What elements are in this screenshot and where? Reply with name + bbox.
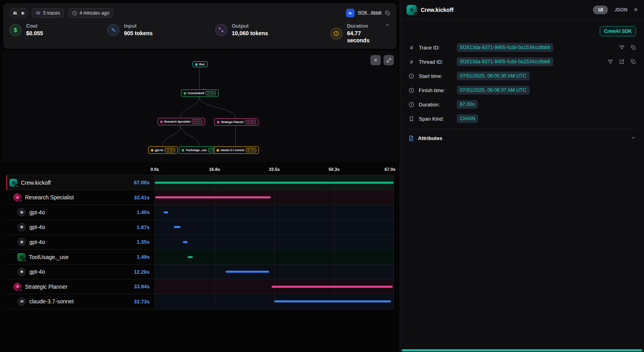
stat-value: 10,060 tokens (232, 30, 268, 37)
span-duration-bar[interactable] (155, 182, 393, 184)
pulse-icon (348, 11, 353, 16)
anthropic-mark: A\ (13, 11, 17, 15)
duration-value: 67.00s (457, 100, 478, 109)
span-duration-bar[interactable] (183, 241, 188, 243)
tab-json[interactable]: JSON (614, 7, 627, 13)
span-rows: Crew.kickoff 67.00s Research Specialist … (6, 175, 394, 309)
graph-node-claude-3-7-sonnet[interactable]: claude-3.7-sonnet 32.73s (214, 146, 259, 154)
graph-node-badge: 67.00s (206, 91, 216, 95)
stat-label: Input (124, 23, 152, 30)
time-ago-label: 4 minutes ago (80, 10, 109, 16)
tool-icon (17, 253, 25, 261)
span-duration: 32.41s (134, 195, 155, 201)
attributes-label: Attributes (418, 135, 442, 141)
filter-by-trace-id-button[interactable] (619, 45, 625, 50)
clock-icon (72, 11, 77, 16)
traces-count-badge[interactable]: 5 traces (32, 8, 64, 18)
field-label: Finish time: (419, 87, 453, 93)
span-name: Crew.kickoff (21, 180, 51, 186)
timeline-row-track (155, 235, 394, 250)
timeline-row-0[interactable]: Crew.kickoff 67.00s (6, 175, 394, 190)
field-label: Thread ID: (419, 59, 453, 65)
copy-trace-id-button[interactable] (385, 10, 390, 16)
icon-sub-badge (414, 12, 418, 16)
timeline-row-track (155, 190, 394, 205)
graph-node-dot (160, 121, 163, 123)
graph-node-research-specialist[interactable]: Research Specialist 32.41s (158, 118, 205, 125)
stat-label: Duration (347, 23, 385, 30)
collapse-stats-button[interactable] (385, 22, 390, 28)
stat-duration: Duration64.77 seconds (331, 23, 385, 44)
field-label: Start time: (419, 73, 453, 79)
detail-panel-content: CrewAI SDK # Trace ID: 5f2613da-8371-940… (400, 20, 644, 147)
copy-thread-id-button[interactable] (631, 59, 636, 64)
close-panel-button[interactable]: × (634, 6, 638, 13)
stat-value: 64.77 seconds (347, 30, 385, 44)
timeline-row-6[interactable]: gpt-4o 12.26s (6, 265, 394, 280)
detail-panel-actions: UI JSON × (593, 6, 638, 14)
trace-id-short: 5f26...8bb6 (358, 10, 382, 16)
span-name: gpt-4o (29, 239, 45, 245)
span-duration-bar[interactable] (174, 226, 180, 228)
span-duration: 12.26s (134, 269, 155, 275)
stat-output: Output10,060 tokens (215, 23, 331, 37)
axis-tick: 0.0s (150, 167, 159, 172)
copy-icon (631, 45, 636, 50)
expand-graph-button[interactable] (384, 55, 394, 65)
close-graph-button[interactable]: × (370, 55, 381, 65)
graph-node-label: Run (199, 63, 205, 66)
span-duration-bar[interactable] (188, 256, 193, 258)
tab-ui[interactable]: UI (593, 6, 608, 14)
open-thread-button[interactable] (619, 59, 625, 64)
timeline-row-label: gpt-4o 1.35s (6, 235, 155, 250)
timeline-row-3[interactable]: gpt-4o 1.87s (6, 220, 394, 235)
timeline-row-2[interactable]: gpt-4o 1.40s (6, 205, 394, 220)
field-span-kind: Span Kind: CHAIN (408, 112, 636, 126)
graph-node-badge: 33.94s (245, 120, 256, 124)
span-duration-bar[interactable] (155, 197, 271, 199)
graph-node-strategic-planner[interactable]: Strategic Planner 33.94s (214, 118, 258, 126)
clock-icon (408, 73, 415, 79)
span-duration: 67.00s (134, 180, 155, 185)
file-icon (408, 135, 414, 141)
span-duration-bar[interactable] (274, 301, 391, 303)
span-name: gpt-4o (29, 224, 45, 230)
span-name: Research Specialist (25, 194, 74, 201)
span-duration: 1.87s (137, 224, 155, 230)
openai-logo-icon (17, 268, 26, 276)
trace-id-group: 5f26...8bb6 (346, 9, 390, 17)
timeline-row-7[interactable]: Strategic Planner 33.94s (6, 279, 394, 294)
timeline-row-4[interactable]: gpt-4o 1.35s (6, 235, 394, 250)
graph-node-dot (184, 92, 186, 95)
trace-activity-icon-button[interactable] (346, 9, 355, 17)
graph-node-run[interactable]: Run (192, 61, 207, 67)
agent-icon (13, 193, 21, 201)
filter-icon (608, 59, 613, 64)
agent-icon (13, 283, 21, 291)
copy-icon (631, 59, 636, 64)
axis-tick: 33.5s (269, 167, 280, 172)
span-duration-bar[interactable] (226, 271, 269, 273)
graph-node-crew-kickoff[interactable]: Crew.kickoff 67.00s (181, 89, 218, 97)
app-root: A\ 5 traces 4 minutes ago (0, 0, 644, 352)
attributes-section-header[interactable]: Attributes (408, 129, 636, 147)
span-duration-bar[interactable] (272, 286, 392, 288)
timeline-row-8[interactable]: A\ claude-3.7-sonnet 32.73s (6, 294, 394, 309)
timeline-row-1[interactable]: Research Specialist 32.41s (6, 190, 394, 205)
chevron-up-icon (385, 22, 390, 28)
clock-icon (408, 87, 415, 93)
filter-by-thread-id-button[interactable] (608, 59, 613, 64)
graph-node-badge: 32.73s (246, 148, 256, 152)
chevron-down-icon (631, 135, 636, 142)
timeline-row-label: gpt-4o 1.87s (6, 220, 155, 235)
timeline-row-5[interactable]: ToolUsage._use 1.49s (6, 250, 394, 265)
stat-input: Input905 tokens (107, 23, 215, 37)
horizontal-scrollbar[interactable] (402, 349, 642, 351)
copy-trace-id-button[interactable] (631, 45, 636, 50)
trace-graph-panel: Run Crew.kickoff 67.00s Research Special… (2, 51, 398, 162)
span-duration-bar[interactable] (163, 211, 169, 213)
stat-value: $0.055 (26, 30, 43, 37)
graph-node-gpt-4o[interactable]: gpt-4o 12.26s (148, 146, 178, 154)
span-name: Strategic Planner (25, 284, 67, 290)
timeline-row-track (155, 265, 394, 279)
